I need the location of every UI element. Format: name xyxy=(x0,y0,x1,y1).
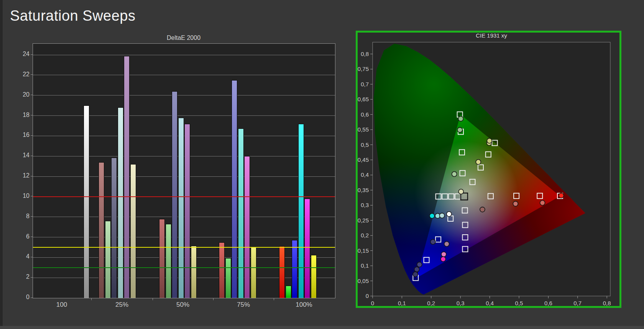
cie-x-tick-label: 0,2 xyxy=(427,300,435,306)
measured-point-blue xyxy=(413,272,418,277)
cie-y-tick-label: 0 xyxy=(366,293,369,299)
bar-yellow-25 xyxy=(130,164,136,298)
y-axis-tick xyxy=(31,176,33,176)
y-axis-tick xyxy=(31,156,33,156)
y-axis-tick-label: 0 xyxy=(13,294,30,301)
gridline xyxy=(33,217,335,217)
gridline xyxy=(33,237,335,237)
measured-point-blue xyxy=(417,262,422,267)
bar-white-100 xyxy=(84,105,89,298)
gridline xyxy=(33,95,335,95)
gridline xyxy=(33,115,335,116)
measured-point-magenta xyxy=(444,242,449,247)
cie-x-tick-label: 0,1 xyxy=(398,300,406,306)
bar-yellow-100 xyxy=(311,255,317,298)
cie-y-tick-label: 0,35 xyxy=(358,187,369,193)
measured-point-red xyxy=(540,200,545,205)
bar-magenta-50 xyxy=(184,124,190,298)
cie-y-tick-label: 0,2 xyxy=(361,232,369,239)
y-axis-tick-label: 18 xyxy=(13,112,30,118)
gridline xyxy=(33,75,335,75)
cie-y-tick-label: 0,25 xyxy=(358,217,369,224)
measured-point-red xyxy=(513,201,518,206)
gridline xyxy=(33,257,335,258)
y-axis-tick-label: 8 xyxy=(13,213,30,220)
y-axis-tick xyxy=(31,115,33,115)
cie-y-tick-label: 0,7 xyxy=(361,81,369,87)
deltae-plot-area xyxy=(33,43,335,298)
bar-blue-25 xyxy=(111,158,117,298)
measured-point-magenta xyxy=(441,257,446,262)
y-axis-tick xyxy=(31,237,33,237)
gridline xyxy=(33,278,335,278)
cie-y-tick-label: 0,1 xyxy=(361,262,369,269)
bar-magenta-100 xyxy=(304,199,310,298)
cie-y-tick-label: 0,15 xyxy=(358,247,369,254)
cie-y-tick-label: 0,5 xyxy=(361,141,369,148)
gridline xyxy=(33,55,335,55)
cie-chart-title: CIE 1931 xy xyxy=(476,32,507,39)
bar-green-25 xyxy=(105,221,111,298)
y-axis-tick xyxy=(31,298,33,298)
measured-point-red xyxy=(480,207,485,212)
y-axis-tick-label: 10 xyxy=(13,192,30,199)
bar-blue-75 xyxy=(232,80,237,298)
bar-blue-100 xyxy=(292,240,297,298)
bar-green-100 xyxy=(286,286,291,298)
measured-point-red xyxy=(559,193,564,198)
measured-point-cyan xyxy=(447,212,452,217)
cie-x-tick-label: 0,3 xyxy=(457,300,465,306)
gridline xyxy=(33,156,335,156)
app-window: Saturation Sweeps DeltaE 2000 0246810121… xyxy=(0,0,644,329)
x-axis-tick xyxy=(274,298,274,300)
bar-cyan-75 xyxy=(238,128,244,298)
cie-x-tick-label: 0 xyxy=(371,300,374,306)
y-axis-tick-label: 16 xyxy=(13,132,30,138)
x-axis-tick xyxy=(213,298,214,300)
measured-point-cyan xyxy=(430,213,435,218)
measured-point-blue xyxy=(430,239,435,244)
y-axis-tick-label: 14 xyxy=(13,152,30,159)
bar-red-25 xyxy=(99,162,104,298)
measured-point-magenta xyxy=(441,252,446,257)
bar-red-75 xyxy=(219,242,225,298)
measured-point-green xyxy=(452,172,457,177)
measured-point-green xyxy=(457,127,462,132)
x-axis-category-label: 75% xyxy=(228,301,259,309)
cie-y-tick-label: 0,55 xyxy=(358,126,369,133)
x-axis-category-label: 25% xyxy=(107,301,137,309)
measured-point-white xyxy=(458,189,463,194)
cie-y-tick-label: 0,4 xyxy=(361,171,369,178)
y-axis-tick-label: 24 xyxy=(13,51,30,58)
measured-point-green xyxy=(458,116,463,121)
bar-red-100 xyxy=(279,246,285,298)
gridline xyxy=(33,136,335,136)
deltae2000-chart-panel: DeltaE 2000 02468101214161820222410025%5… xyxy=(0,0,345,329)
y-axis-tick xyxy=(31,135,33,136)
cie-x-tick-label: 0,4 xyxy=(486,300,494,306)
bar-green-75 xyxy=(225,258,231,298)
y-axis-tick xyxy=(31,54,33,55)
bar-magenta-75 xyxy=(244,156,250,298)
measured-point-yellow xyxy=(476,160,481,164)
cie-x-tick-label: 0,8 xyxy=(603,300,611,306)
cie-x-tick-label: 0,5 xyxy=(515,300,523,306)
y-axis-tick-label: 2 xyxy=(13,273,30,280)
deltae-chart-title: DeltaE 2000 xyxy=(33,35,335,41)
measured-point-cyan xyxy=(440,213,445,218)
x-axis-tick xyxy=(91,298,92,300)
bar-red-50 xyxy=(159,219,165,298)
y-axis-tick-label: 22 xyxy=(13,71,30,78)
y-axis-tick xyxy=(31,277,33,278)
x-axis-category-label: 100 xyxy=(46,301,77,309)
cie-y-tick-label: 0,6 xyxy=(361,111,369,118)
x-axis-category-label: 50% xyxy=(168,301,198,309)
cie-y-tick-label: 0,05 xyxy=(358,278,369,284)
cie-y-tick-label: 0,45 xyxy=(358,156,369,163)
bar-yellow-50 xyxy=(191,246,197,298)
cie-x-tick-label: 0,6 xyxy=(544,300,552,306)
y-axis-tick xyxy=(31,216,33,217)
reference-line-3 xyxy=(33,267,335,268)
y-axis-tick xyxy=(31,257,33,257)
cie-diagram: 00,10,20,30,40,50,60,70,800,050,10,150,2… xyxy=(356,31,621,308)
